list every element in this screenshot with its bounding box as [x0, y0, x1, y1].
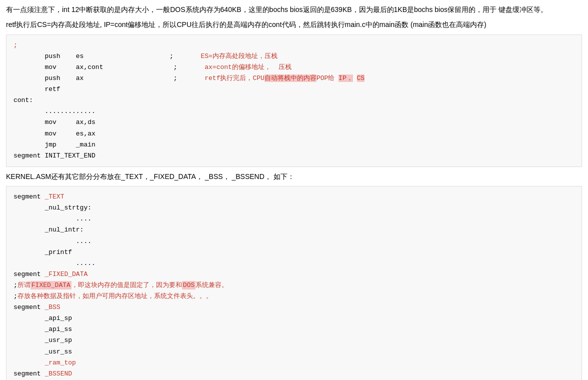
code-line: ;所谓FIXED_DATA，即这块内存的值是固定了，因为要和DOS系统兼容。: [14, 280, 574, 291]
code-line: jmp _main: [14, 140, 574, 150]
code-line: _nul_strtgy:: [14, 202, 574, 214]
paragraph-2: retf执行后CS=内存高处段地址, IP=cont偏移地址，所以CPU往后执行…: [6, 19, 582, 30]
code-line: push ax ; retf执行完后，CPU自动将栈中的内容POP给 IP， C…: [14, 73, 574, 84]
code-line: segment _BSS: [14, 302, 574, 313]
code-line: segment INIT_TEXT_END: [14, 150, 574, 162]
paragraph-3: KERNEL.ASM还有其它部分分布放在_TEXT，_FIXED_DATA， _…: [6, 171, 582, 182]
code-line: _printf: [14, 247, 574, 258]
code-line: segment _FIXED_DATA: [14, 269, 574, 280]
paragraph-1: 有一点须注意下，int 12中断获取的是内存大小，一般DOS系统内存为640KB…: [6, 4, 582, 15]
code-line: _ram_top: [14, 358, 574, 368]
code-line: ....: [14, 214, 574, 224]
code-block-1: ; push es ; ES=内存高处段地址，压栈 mov ax,cont ; …: [6, 34, 582, 167]
code-line: ....: [14, 236, 574, 247]
code-line: ;: [14, 40, 574, 51]
page-content: 有一点须注意下，int 12中断获取的是内存大小，一般DOS系统内存为640KB…: [6, 4, 582, 380]
code-line: retf: [14, 84, 574, 95]
code-line: segment _BSSEND: [14, 368, 574, 380]
code-line: .............: [14, 106, 574, 117]
code-line: _nul_intr:: [14, 224, 574, 236]
code-line: mov es,ax: [14, 128, 574, 140]
code-line: _usr_sp: [14, 335, 574, 346]
code-line: push es ; ES=内存高处段地址，压栈: [14, 51, 574, 62]
code-line: _usr_ss: [14, 346, 574, 358]
code-line: mov ax,ds: [14, 117, 574, 128]
code-line: segment _TEXT: [14, 192, 574, 202]
code-line: cont:: [14, 95, 574, 106]
code-line: mov ax,cont ; ax=cont的偏移地址， 压栈: [14, 62, 574, 73]
code-line: ;存放各种数据及指针，如用户可用内存区地址，系统文件表头。。。: [14, 291, 574, 302]
code-line: .....: [14, 258, 574, 269]
code-line: _api_ss: [14, 324, 574, 335]
code-block-2: segment _TEXT _nul_strtgy: .... _nul_int…: [6, 186, 582, 380]
code-line: _api_sp: [14, 313, 574, 324]
